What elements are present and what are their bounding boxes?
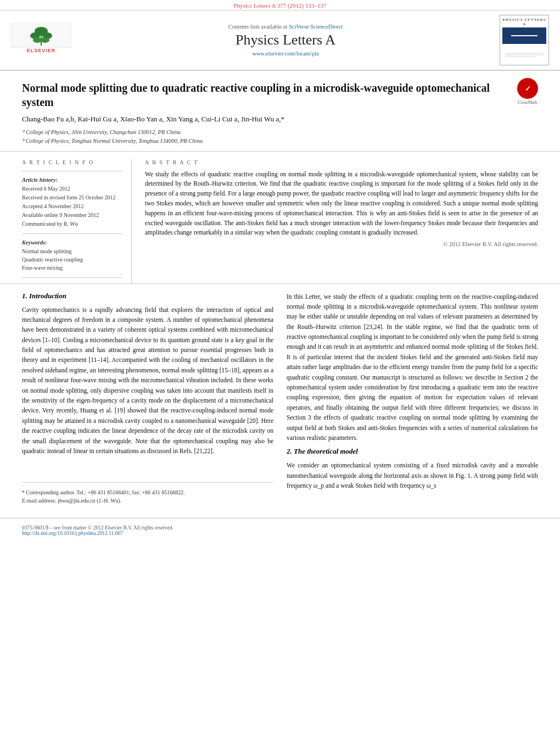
abstract-heading: A B S T R A C T — [145, 159, 538, 165]
right-intro-paragraph: In this Letter, we study the effects of … — [287, 292, 538, 443]
issn-line: 0375-9601/$ – see front matter © 2012 El… — [22, 525, 538, 531]
corr-footnote: * Corresponding author. Tel.: +86 431 85… — [22, 488, 273, 505]
section2-title: 2. The theoretical model — [287, 447, 538, 456]
keyword-3: Four-wave mixing — [22, 264, 122, 272]
abstract-text: We study the effects of quadratic reacti… — [145, 170, 538, 238]
contents-line: Contents lists available at SciVerse Sci… — [77, 24, 494, 30]
article-info-heading: A R T I C L E I N F O — [22, 159, 122, 165]
svg-text:✓: ✓ — [525, 85, 531, 93]
sciverse-link[interactable]: SciVerse ScienceDirect — [289, 24, 343, 30]
copyright: © 2012 Elsevier B.V. All rights reserved… — [145, 241, 538, 247]
email-note-line: E-mail address: jhwu@jlu.edu.cn (J.-H. W… — [22, 496, 273, 505]
accepted-date: Accepted 4 November 2012 — [22, 203, 122, 210]
corr-note-line: * Corresponding author. Tel.: +86 431 85… — [22, 488, 273, 496]
footer-bottom: 0375-9601/$ – see front matter © 2012 El… — [22, 525, 538, 536]
abstract-col: A B S T R A C T We study the effects of … — [145, 159, 538, 283]
body-columns: 1. Introduction Cavity optomechanics is … — [22, 292, 538, 505]
section2-paragraph: We consider an optomechanical system con… — [287, 460, 538, 490]
journal-reference: Physics Letters A 377 (2012) 133–137 — [234, 2, 327, 9]
article-info-section: A R T I C L E I N F O Article history: R… — [0, 152, 560, 284]
svg-text:ELSEVIER: ELSEVIER — [27, 48, 56, 53]
pla-logo: PHYSICS LETTERS A — [500, 15, 549, 65]
keyword-1: Normal mode splitting — [22, 247, 122, 255]
available-date: Available online 9 November 2012 — [22, 211, 122, 219]
affiliation-b: ᵇ College of Physics, Tonghua Normal Uni… — [22, 137, 512, 146]
affiliation-a: ᵃ College of Physics, Jilin University, … — [22, 128, 512, 137]
svg-point-6 — [41, 37, 49, 43]
body-right-column: In this Letter, we study the effects of … — [287, 292, 538, 505]
crossmark-label: CrossMark — [517, 100, 538, 105]
footer: 0375-9601/$ – see front matter © 2012 El… — [0, 518, 560, 539]
intro-title: 1. Introduction — [22, 292, 273, 300]
body-left-column: 1. Introduction Cavity optomechanics is … — [22, 292, 273, 505]
communicated-by: Communicated by R. Wu — [22, 220, 122, 228]
top-banner: Physics Letters A 377 (2012) 133–137 — [0, 0, 560, 10]
journal-center: Contents lists available at SciVerse Sci… — [77, 24, 494, 57]
article-history-label: Article history: — [22, 177, 122, 183]
revised-date: Received in revised form 25 October 2012 — [22, 194, 122, 202]
crossmark[interactable]: ✓ CrossMark — [517, 78, 538, 105]
journal-url: www.elsevier.com/locate/pla — [77, 51, 494, 57]
crossmark-icon: ✓ — [517, 78, 538, 99]
doi-link[interactable]: http://dx.doi.org/10.1016/j.physleta.201… — [22, 531, 123, 536]
journal-header: ELSEVIER Contents lists available at Sci… — [0, 10, 560, 71]
keywords-label: Keywords: — [22, 239, 122, 246]
svg-point-5 — [33, 37, 42, 43]
journal-url-link[interactable]: www.elsevier.com/locate/pla — [252, 51, 318, 57]
elsevier-logo: ELSEVIER — [11, 23, 71, 58]
journal-title: Physics Letters A — [77, 32, 494, 48]
authors: Chang-Bao Fu a,b, Kai-Hui Gu a, Xiao-Bo … — [22, 115, 512, 124]
main-body: 1. Introduction Cavity optomechanics is … — [0, 284, 560, 513]
intro-paragraph-1: Cavity optomechanics is a rapidly advanc… — [22, 305, 273, 456]
keyword-2: Quadratic reactive coupling — [22, 255, 122, 264]
article-info-col: A R T I C L E I N F O Article history: R… — [22, 159, 132, 283]
received-date: Received 6 May 2012 — [22, 185, 122, 193]
article-header: Normal mode splitting due to quadratic r… — [0, 71, 560, 152]
affiliations: ᵃ College of Physics, Jilin University, … — [22, 128, 512, 146]
doi-line: http://dx.doi.org/10.1016/j.physleta.201… — [22, 531, 538, 536]
article-title: Normal mode splitting due to quadratic r… — [22, 81, 512, 109]
